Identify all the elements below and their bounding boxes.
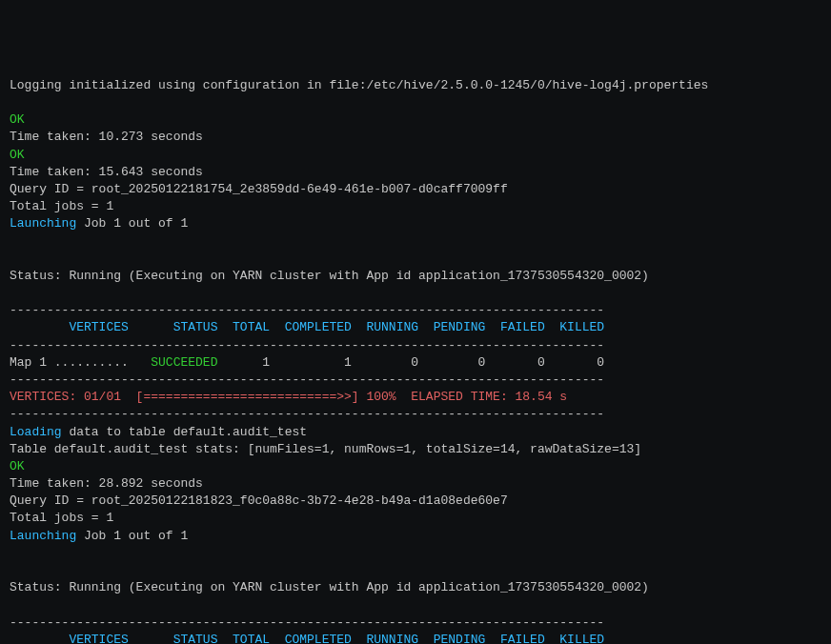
terminal-segment: Map 1 .......... <box>10 355 151 370</box>
terminal-segment: VERTICES STATUS TOTAL COMPLETED RUNNING … <box>10 633 604 644</box>
terminal-line: Time taken: 10.273 seconds <box>10 129 821 146</box>
terminal-line: Status: Running (Executing on YARN clust… <box>10 268 821 285</box>
terminal-line: OK <box>10 458 821 475</box>
terminal-segment <box>10 546 17 560</box>
terminal-line <box>10 232 821 250</box>
terminal-segment: ----------------------------------------… <box>10 615 604 630</box>
terminal-line: Table default.audit_test stats: [numFile… <box>10 441 821 458</box>
terminal-segment: Job 1 out of 1 <box>76 216 188 231</box>
terminal-line: ----------------------------------------… <box>10 302 821 319</box>
terminal-segment <box>10 95 17 110</box>
terminal-line: VERTICES STATUS TOTAL COMPLETED RUNNING … <box>10 632 821 644</box>
terminal-line: VERTICES STATUS TOTAL COMPLETED RUNNING … <box>10 319 821 336</box>
terminal-line: ----------------------------------------… <box>10 614 821 632</box>
terminal-segment: ----------------------------------------… <box>10 303 604 317</box>
terminal-line: Query ID = root_20250122181823_f0c0a88c-… <box>10 493 821 510</box>
terminal-line: Loading data to table default.audit_test <box>10 424 821 441</box>
terminal-segment: SUCCEEDED <box>151 355 217 370</box>
terminal-segment: ----------------------------------------… <box>10 372 604 387</box>
terminal-segment: Launching <box>10 216 76 231</box>
terminal-line: Status: Running (Executing on YARN clust… <box>10 579 821 596</box>
terminal-line <box>10 94 821 111</box>
terminal-line: Time taken: 15.643 seconds <box>10 164 821 181</box>
terminal-segment: Total jobs = 1 <box>10 199 113 213</box>
terminal-line <box>10 545 821 562</box>
terminal-segment: Query ID = root_20250122181823_f0c0a88c-… <box>10 493 508 508</box>
terminal-segment: OK <box>10 112 25 127</box>
terminal-segment: VERTICES STATUS TOTAL COMPLETED RUNNING … <box>10 320 604 334</box>
terminal-segment: Time taken: 28.892 seconds <box>10 476 203 491</box>
terminal-segment <box>10 252 17 266</box>
terminal-segment <box>10 563 17 577</box>
terminal-segment: ----------------------------------------… <box>10 407 604 421</box>
terminal-line: OK <box>10 147 821 164</box>
terminal-line: OK <box>10 111 821 129</box>
terminal-segment: Status: Running (Executing on YARN clust… <box>10 580 649 594</box>
terminal-output: Logging initialized using configuration … <box>10 77 821 644</box>
terminal-line: Total jobs = 1 <box>10 510 821 527</box>
terminal-line: Total jobs = 1 <box>10 198 821 215</box>
terminal-segment: VERTICES: 01/01 [=======================… <box>10 390 590 404</box>
terminal-line: ----------------------------------------… <box>10 337 821 354</box>
terminal-line: Launching Job 1 out of 1 <box>10 528 821 545</box>
terminal-segment: Logging initialized using configuration … <box>10 78 708 92</box>
terminal-line <box>10 596 821 614</box>
terminal-segment: Table default.audit_test stats: [numFile… <box>10 442 641 456</box>
terminal-segment: OK <box>10 148 25 162</box>
terminal-line <box>10 285 821 302</box>
terminal-line: Logging initialized using configuration … <box>10 77 821 94</box>
terminal-segment: OK <box>10 459 25 473</box>
terminal-segment: ----------------------------------------… <box>10 338 604 352</box>
terminal-segment: Launching <box>10 529 76 543</box>
terminal-segment: Total jobs = 1 <box>10 511 113 525</box>
terminal-line <box>10 251 821 268</box>
terminal-segment: Query ID = root_20250122181754_2e3859dd-… <box>10 182 508 196</box>
terminal-segment: Loading <box>10 425 62 439</box>
terminal-segment: 1 1 0 0 0 0 <box>217 355 604 370</box>
terminal-line: ----------------------------------------… <box>10 406 821 423</box>
terminal-segment: Time taken: 15.643 seconds <box>10 165 203 179</box>
terminal-line: ----------------------------------------… <box>10 372 821 389</box>
terminal-segment <box>10 286 17 300</box>
terminal-segment <box>10 597 17 612</box>
terminal-segment: Status: Running (Executing on YARN clust… <box>10 269 649 283</box>
terminal-segment: data to table default.audit_test <box>62 425 307 439</box>
terminal-line: Launching Job 1 out of 1 <box>10 215 821 232</box>
terminal-segment: Job 1 out of 1 <box>76 529 188 543</box>
terminal-line: VERTICES: 01/01 [=======================… <box>10 389 821 406</box>
terminal-line <box>10 562 821 579</box>
terminal-segment <box>10 233 17 248</box>
terminal-line: Time taken: 28.892 seconds <box>10 475 821 493</box>
terminal-line: Map 1 .......... SUCCEEDED 1 1 0 0 0 0 <box>10 354 821 372</box>
terminal-segment: Time taken: 10.273 seconds <box>10 130 203 144</box>
terminal-line: Query ID = root_20250122181754_2e3859dd-… <box>10 181 821 198</box>
